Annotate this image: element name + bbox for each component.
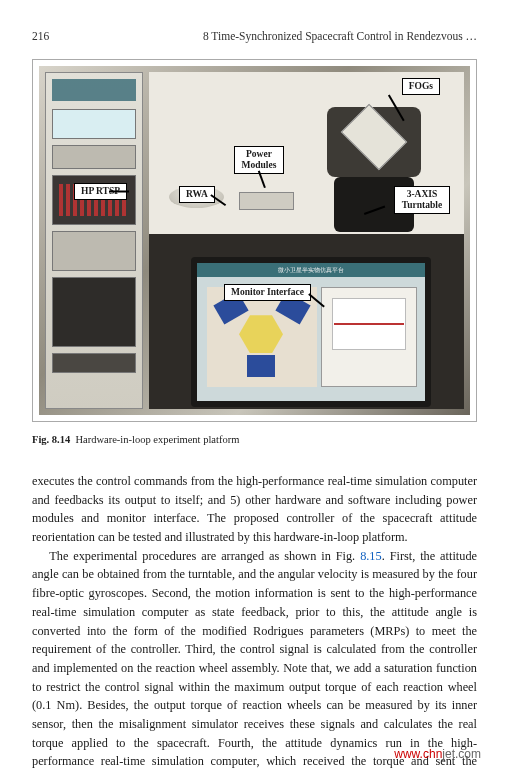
rack-unit: [52, 145, 136, 169]
monitor-hardware: 微小卫星半实物仿真平台: [191, 257, 431, 407]
figure-8-14: 微小卫星半实物仿真平台 FOGs 3-AXIS Turntable Power …: [32, 59, 477, 422]
callout-turntable: 3-AXIS Turntable: [394, 186, 450, 214]
satellite-3d-view: [207, 287, 317, 387]
watermark: www.chnjet.com: [394, 745, 481, 763]
body-text: executes the control commands from the h…: [32, 472, 477, 769]
figure-caption-text: Hardware-in-loop experiment platform: [75, 434, 239, 445]
figure-photo: 微小卫星半实物仿真平台 FOGs 3-AXIS Turntable Power …: [39, 66, 470, 415]
page-number: 216: [32, 28, 49, 45]
rack-unit-computer: [52, 277, 136, 347]
equipment-rack: [45, 72, 143, 409]
figure-caption: Fig. 8.14 Hardware-in-loop experiment pl…: [32, 432, 477, 448]
paragraph-cont: executes the control commands from the h…: [32, 472, 477, 547]
running-title: 8 Time-Synchronized Spacecraft Control i…: [203, 28, 477, 45]
watermark-part-b: jet.com: [442, 747, 481, 761]
figure-label: Fig. 8.14: [32, 434, 70, 445]
workbench: 微小卫星半实物仿真平台: [149, 72, 464, 409]
callout-fogs: FOGs: [402, 78, 440, 95]
power-module-hardware: [239, 192, 294, 210]
watermark-part-a: www.chn: [394, 747, 442, 761]
page-header: 216 8 Time-Synchronized Spacecraft Contr…: [32, 28, 477, 45]
telemetry-plot: [321, 287, 417, 387]
rack-unit: [52, 109, 136, 139]
rack-unit: [52, 231, 136, 271]
paragraph: The experimental procedures are arranged…: [32, 547, 477, 769]
text-run: . First, the attitude angle can be obtai…: [32, 549, 477, 769]
rack-unit: [52, 353, 136, 373]
monitor-title-bar: 微小卫星半实物仿真平台: [197, 263, 425, 277]
callout-monitor: Monitor Interface: [224, 284, 311, 301]
figure-cross-ref[interactable]: 8.15: [360, 549, 382, 563]
text-run: The experimental procedures are arranged…: [49, 549, 360, 563]
